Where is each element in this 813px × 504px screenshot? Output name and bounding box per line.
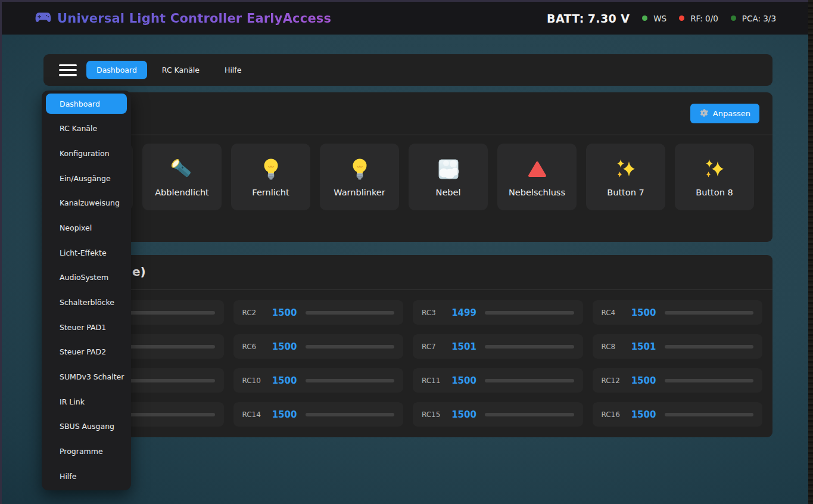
rc-channel-value: 1500: [271, 341, 298, 352]
rc-channel-value: 1501: [450, 341, 478, 352]
customize-button[interactable]: Anpassen: [690, 104, 759, 123]
rc-channel-bar: [485, 311, 574, 315]
rc-channel-label: RC6: [242, 343, 264, 351]
rc-channel-value: 1500: [630, 375, 658, 386]
gear-icon: [699, 108, 708, 119]
window-left-border: [0, 0, 2, 504]
rc-channel-cell: RC2 1500: [233, 300, 404, 325]
rc-channel-bar: [665, 379, 754, 382]
rc-channel-label: RC4: [602, 309, 623, 317]
menu-item-sbus-ausgang[interactable]: SBUS Ausgang: [46, 416, 127, 437]
nav-tab-dashboard[interactable]: Dashboard: [86, 61, 147, 79]
gamepad-icon: [35, 12, 51, 25]
rc-channel-label: RC2: [242, 309, 264, 317]
sparkles-icon: [703, 157, 727, 181]
rc-channels-grid: RC2 1500 RC3 1499 RC4 1500 RC6 1500 RC7 …: [43, 290, 772, 437]
card-label: Nebel: [436, 188, 461, 197]
battery-label: BATT:: [547, 12, 584, 25]
light-button-card[interactable]: Nebelschluss: [497, 144, 577, 210]
card-label: Fernlicht: [252, 188, 289, 197]
menu-item-kanalzuweisung[interactable]: Kanalzuweisung: [46, 193, 127, 213]
menu-item-steuer-pad2[interactable]: Steuer PAD2: [46, 342, 127, 362]
rc-channel-cell: RC11 1500: [413, 368, 583, 393]
rc-channel-label: RC15: [422, 410, 443, 419]
menu-item-neopixel[interactable]: Neopixel: [46, 217, 127, 238]
light-button-card[interactable]: Button 7: [586, 144, 665, 210]
status-label: RF: 0/0: [690, 14, 718, 23]
rc-channel-value: 1501: [630, 341, 658, 352]
rc-channel-bar: [485, 413, 574, 416]
hamburger-icon[interactable]: [59, 64, 77, 76]
menu-item-rc-kan-le[interactable]: RC Kanäle: [46, 119, 127, 139]
nav-tab-rc-kan-le[interactable]: RC Kanäle: [152, 61, 210, 79]
rc-channel-bar: [485, 379, 574, 382]
side-menu: DashboardRC KanäleKonfigurationEin/Ausgä…: [42, 91, 131, 490]
light-button-card[interactable]: Nebel: [409, 144, 488, 210]
rc-channel-bar: [485, 345, 574, 349]
menu-item-ein-ausg-nge[interactable]: Ein/Ausgänge: [46, 168, 127, 188]
rc-channels-panel-header: e): [43, 255, 772, 290]
rc-channel-bar: [126, 379, 215, 382]
light-button-cards: Abblendlicht Fernlicht Warnblinker Nebel…: [43, 135, 772, 219]
status-dot-icon: [679, 15, 684, 21]
menu-item-dashboard[interactable]: Dashboard: [46, 94, 127, 114]
red-triangle-icon: [528, 157, 547, 181]
rc-channel-value: 1500: [450, 409, 478, 420]
menu-item-audiosystem[interactable]: AudioSystem: [46, 267, 127, 288]
light-button-card[interactable]: Warnblinker: [320, 144, 399, 210]
menu-item-hilfe[interactable]: Hilfe: [46, 466, 127, 486]
rc-channel-label: RC16: [602, 410, 623, 419]
light-button-card[interactable]: Abblendlicht: [142, 144, 222, 210]
menu-item-konfiguration[interactable]: Konfiguration: [46, 143, 127, 163]
rc-channel-label: RC3: [422, 309, 443, 317]
menu-item-schalterbl-cke[interactable]: Schalterblöcke: [46, 293, 127, 313]
light-button-card[interactable]: Button 8: [675, 144, 754, 210]
battery-value: 7.30 V: [588, 12, 630, 25]
rc-channel-bar: [665, 413, 754, 416]
rc-channel-bar: [126, 413, 215, 416]
rc-channel-label: RC7: [422, 343, 443, 351]
rc-channel-value: 1500: [271, 307, 298, 318]
brand: Universal Light Controller EarlyAccess: [35, 11, 331, 26]
menu-item-ir-link[interactable]: IR Link: [46, 391, 127, 412]
rc-channel-cell: RC7 1501: [413, 334, 583, 359]
card-label: Button 7: [607, 188, 644, 197]
menu-item-programme[interactable]: Programme: [46, 441, 127, 462]
app-title: Universal Light Controller EarlyAccess: [57, 11, 331, 26]
menu-item-licht-effekte[interactable]: Licht-Effekte: [46, 242, 127, 263]
rc-channel-value: 1500: [450, 375, 478, 386]
light-bulb-icon: [350, 157, 370, 181]
customize-button-label: Anpassen: [713, 109, 750, 118]
card-label: Nebelschluss: [509, 188, 565, 197]
rc-channel-label: RC14: [242, 410, 264, 419]
status-bar: BATT:7.30 V WS RF: 0/0 PCA: 3/3: [547, 12, 776, 25]
rc-channels-panel-title: e): [132, 265, 146, 279]
rc-channel-bar: [306, 311, 395, 315]
rc-channel-cell: RC4 1500: [593, 300, 763, 325]
rc-channel-bar: [126, 311, 215, 315]
status-item: RF: 0/0: [679, 14, 718, 23]
status-item: PCA: 3/3: [731, 14, 776, 23]
light-button-card[interactable]: Fernlicht: [231, 144, 310, 210]
status-label: WS: [653, 14, 666, 23]
rc-channel-cell: RC15 1500: [413, 402, 583, 427]
sparkles-icon: [614, 157, 638, 181]
rc-channel-cell: RC14 1500: [233, 402, 404, 427]
status-list: WS RF: 0/0 PCA: 3/3: [642, 14, 776, 23]
rc-channel-bar: [306, 345, 395, 349]
rc-channel-label: RC12: [602, 377, 623, 385]
rc-channels-panel: e) RC2 1500 RC3 1499 RC4 1500 RC6 1500 R…: [43, 255, 772, 437]
nav-tab-hilfe[interactable]: Hilfe: [214, 61, 251, 79]
rc-channel-label: RC10: [242, 377, 264, 385]
card-label: Abblendlicht: [155, 188, 209, 197]
rc-channel-bar: [665, 311, 754, 315]
buttons-panel-header: Anpassen: [43, 92, 772, 135]
rc-channel-cell: RC16 1500: [593, 402, 763, 427]
right-edge-strip: [808, 0, 813, 504]
menu-item-steuer-pad1[interactable]: Steuer PAD1: [46, 317, 127, 337]
menu-item-sumdv3-schalter[interactable]: SUMDv3 Schalter: [46, 367, 127, 387]
rc-channel-bar: [306, 413, 395, 416]
flashlight-icon: [169, 157, 195, 181]
nav-tabs: DashboardRC KanäleHilfe: [86, 61, 251, 79]
buttons-panel: Anpassen Abblendlicht Fernlicht Warnblin…: [43, 92, 772, 242]
